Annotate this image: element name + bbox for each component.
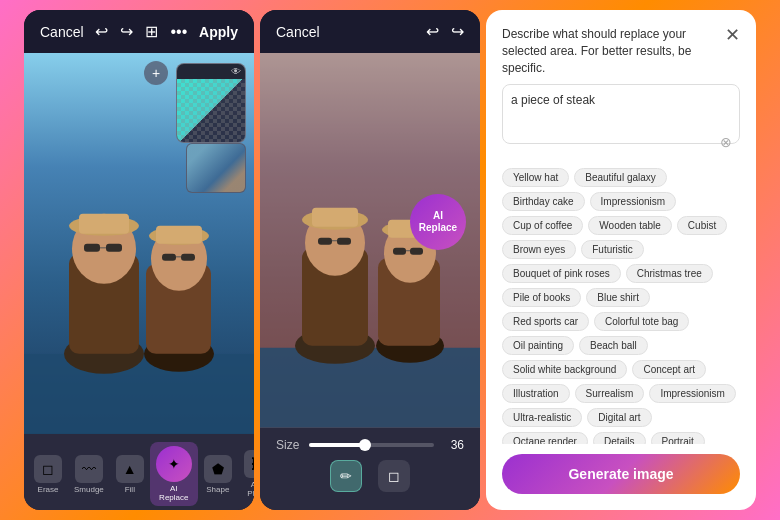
editor-header: Cancel ↩ ↪ ⊞ ••• Apply	[24, 10, 254, 53]
size-slider-fill	[309, 443, 365, 447]
size-control: Size 36	[276, 438, 464, 452]
suggestion-tag[interactable]: Impressionism	[590, 192, 676, 211]
ai-replace-label: AI Replace	[156, 484, 192, 502]
middle-toolbar: Size 36 ✏ ◻	[260, 428, 480, 510]
close-icon[interactable]: ✕	[725, 26, 740, 44]
suggestion-tag[interactable]: Octane render	[502, 432, 588, 444]
svg-rect-17	[260, 348, 480, 428]
svg-rect-15	[181, 254, 195, 261]
suggestion-tag[interactable]: Beautiful galaxy	[574, 168, 667, 187]
suggestion-tag[interactable]: Christmas tree	[626, 264, 713, 283]
suggestion-tag[interactable]: Details	[593, 432, 646, 444]
suggestion-tag[interactable]: Solid white background	[502, 360, 627, 379]
apply-button[interactable]: Apply	[199, 24, 238, 40]
erase-icon: ◻	[34, 455, 62, 483]
textarea-clear-icon[interactable]: ⊗	[720, 134, 732, 150]
tool-erase[interactable]: ◻ Erase	[28, 451, 68, 498]
smudge-icon: 〰	[75, 455, 103, 483]
tool-add-photo[interactable]: 🖼 Add Photo	[238, 446, 254, 502]
suggestion-tag[interactable]: Birthday cake	[502, 192, 585, 211]
middle-header-actions: ↩ ↪	[426, 22, 464, 41]
editor-panel: Cancel ↩ ↪ ⊞ ••• Apply	[24, 10, 254, 510]
svg-rect-0	[24, 354, 254, 434]
erase-label: Erase	[38, 485, 59, 494]
overlay-card-1[interactable]: 👁	[176, 63, 246, 143]
add-photo-label: Add Photo	[244, 480, 254, 498]
ai-panel-description: Describe what should replace your select…	[502, 26, 725, 76]
fill-icon: ▲	[116, 455, 144, 483]
eraser-tool-button[interactable]: ◻	[378, 460, 410, 492]
tool-shape[interactable]: ⬟ Shape	[198, 451, 238, 498]
tool-fill[interactable]: ▲ Fill	[110, 451, 150, 498]
overlay-card-2[interactable]	[186, 143, 246, 193]
ai-panel-header: Describe what should replace your select…	[502, 26, 740, 76]
header-actions: ↩ ↪ ⊞ •••	[95, 22, 187, 41]
middle-undo-icon[interactable]: ↩	[426, 22, 439, 41]
suggestion-tag[interactable]: Illustration	[502, 384, 570, 403]
bottom-tools: ✏ ◻	[276, 452, 464, 500]
ai-replace-badge-container: AI Replace	[410, 194, 466, 250]
suggestions-list: Yellow hatBeautiful galaxyBirthday cakeI…	[502, 168, 740, 444]
editor-canvas: + 👁	[24, 53, 254, 434]
overlay-card-header: 👁	[177, 64, 245, 79]
size-slider-thumb[interactable]	[359, 439, 371, 451]
suggestion-tag[interactable]: Wooden table	[588, 216, 672, 235]
suggestion-tag[interactable]: Cubist	[677, 216, 727, 235]
suggestion-tag[interactable]: Beach ball	[579, 336, 648, 355]
suggestion-tag[interactable]: Ultra-realistic	[502, 408, 582, 427]
toolbar-icons: ◻ Erase 〰 Smudge ▲ Fill ✦ AI Replace ⬟	[28, 442, 250, 506]
suggestion-tag[interactable]: Red sports car	[502, 312, 589, 331]
suggestion-tag[interactable]: Brown eyes	[502, 240, 576, 259]
svg-rect-14	[162, 254, 176, 261]
size-value: 36	[444, 438, 464, 452]
svg-rect-24	[337, 238, 351, 245]
suggestion-tag[interactable]: Surrealism	[575, 384, 645, 403]
size-slider[interactable]	[309, 443, 434, 447]
more-icon[interactable]: •••	[170, 23, 187, 41]
svg-rect-31	[393, 248, 406, 255]
suggestion-tag[interactable]: Digital art	[587, 408, 651, 427]
ai-panel: Describe what should replace your select…	[486, 10, 756, 510]
ai-prompt-input[interactable]	[502, 84, 740, 144]
photo-background: + 👁	[24, 53, 254, 434]
svg-rect-22	[312, 208, 358, 227]
svg-rect-23	[318, 238, 332, 245]
layers-icon[interactable]: ⊞	[145, 22, 158, 41]
suggestion-tag[interactable]: Portrait	[651, 432, 705, 444]
middle-cancel-button[interactable]: Cancel	[276, 24, 320, 40]
suggestion-tag[interactable]: Colorful tote bag	[594, 312, 689, 331]
suggestion-tag[interactable]: Yellow hat	[502, 168, 569, 187]
middle-header: Cancel ↩ ↪	[260, 10, 480, 53]
cancel-button[interactable]: Cancel	[40, 24, 84, 40]
svg-rect-5	[79, 214, 129, 234]
ai-replace-badge[interactable]: AI Replace	[410, 194, 466, 250]
suggestion-tag[interactable]: Impressionism	[649, 384, 735, 403]
eye-icon: 👁	[231, 66, 241, 77]
suggestion-tag[interactable]: Cup of coffee	[502, 216, 583, 235]
redo-icon[interactable]: ↪	[120, 22, 133, 41]
suggestion-tag[interactable]: Oil painting	[502, 336, 574, 355]
tool-smudge[interactable]: 〰 Smudge	[68, 451, 110, 498]
svg-rect-6	[84, 244, 100, 252]
size-label: Size	[276, 438, 299, 452]
tools-toolbar: ◻ Erase 〰 Smudge ▲ Fill ✦ AI Replace ⬟	[24, 434, 254, 510]
middle-redo-icon[interactable]: ↪	[451, 22, 464, 41]
add-photo-icon: 🖼	[244, 450, 254, 478]
suggestion-tag[interactable]: Concept art	[632, 360, 706, 379]
middle-canvas: AI Replace	[260, 53, 480, 428]
textarea-wrapper: document.querySelector('.ai-textarea').v…	[502, 84, 740, 158]
brush-tool-button[interactable]: ✏	[330, 460, 362, 492]
suggestion-tag[interactable]: Futuristic	[581, 240, 644, 259]
svg-rect-13	[156, 226, 202, 244]
generate-button[interactable]: Generate image	[502, 454, 740, 494]
undo-icon[interactable]: ↩	[95, 22, 108, 41]
tool-ai-replace[interactable]: ✦ AI Replace	[150, 442, 198, 506]
fill-label: Fill	[125, 485, 135, 494]
add-layer-button[interactable]: +	[144, 61, 168, 85]
suggestion-tag[interactable]: Pile of books	[502, 288, 581, 307]
shape-label: Shape	[206, 485, 229, 494]
shape-icon: ⬟	[204, 455, 232, 483]
middle-panel: Cancel ↩ ↪	[260, 10, 480, 510]
suggestion-tag[interactable]: Blue shirt	[586, 288, 650, 307]
suggestion-tag[interactable]: Bouquet of pink roses	[502, 264, 621, 283]
